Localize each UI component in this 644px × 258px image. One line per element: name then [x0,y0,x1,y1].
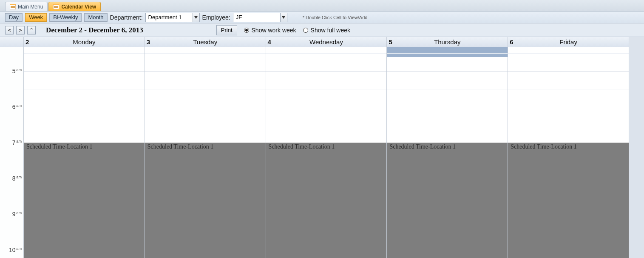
day-header[interactable]: 4Wednesday [266,37,387,47]
department-label: Department: [110,14,143,21]
svg-rect-2 [11,6,15,7]
svg-rect-1 [10,4,16,5]
hour-line [145,71,266,72]
day-name: Wednesday [266,38,387,46]
day-number: 3 [147,38,150,46]
nav-bar: < > ^ December 2 - December 6, 2013 Prin… [0,23,644,37]
half-hour-line [24,89,145,89]
day-number: 6 [510,38,513,46]
day-column: 5ThursdayScheduled Time-Location 1 [387,37,508,258]
half-hour-line [24,125,145,125]
half-hour-line [387,125,508,125]
tab-main-menu[interactable]: Main Menu [5,2,48,11]
day-column: 3TuesdayScheduled Time-Location 1 [145,37,266,258]
day-body[interactable]: Scheduled Time-Location 1 [387,47,508,258]
half-hour-line [387,53,508,54]
day-body[interactable]: Scheduled Time-Location 1 [24,47,145,258]
today-highlight [387,47,508,57]
gutter-header [0,37,23,47]
half-hour-line [508,53,629,54]
filter-bar: Day Week Bi-Weekly Month Department: Emp… [0,11,644,23]
calendar-event[interactable]: Scheduled Time-Location 1 [24,143,145,258]
view-week-button[interactable]: Week [25,13,47,22]
hour-line [266,71,387,72]
half-hour-line [145,125,266,125]
calendar-event[interactable]: Scheduled Time-Location 1 [508,143,629,258]
day-header[interactable]: 5Thursday [387,37,508,47]
day-header[interactable]: 3Tuesday [145,37,266,47]
form-icon [10,4,16,9]
days-container: 2MondayScheduled Time-Location 13Tuesday… [24,37,629,258]
day-body[interactable]: Scheduled Time-Location 1 [508,47,629,258]
view-biweekly-button[interactable]: Bi-Weekly [49,13,82,22]
day-name: Thursday [387,38,508,46]
time-label: 5am [0,68,22,75]
time-label: 10am [0,247,22,254]
radio-off-icon [303,28,308,33]
employee-combo[interactable] [233,13,287,22]
day-number: 2 [26,38,29,46]
day-column: 2MondayScheduled Time-Location 1 [24,37,145,258]
hour-line [266,107,387,107]
hour-line [24,71,145,72]
tab-calendar-view[interactable]: Calendar View [48,2,101,11]
calendar-event[interactable]: Scheduled Time-Location 1 [387,143,508,258]
day-number: 4 [268,38,271,46]
time-label: 6am [0,103,22,111]
half-hour-line [508,89,629,89]
hour-line [387,107,508,107]
half-hour-line [508,125,629,125]
show-full-week-radio[interactable]: Show full week [303,27,350,34]
hour-line [508,71,629,72]
show-full-week-label: Show full week [311,27,350,34]
day-name: Friday [508,38,629,46]
day-column: 4WednesdayScheduled Time-Location 1 [266,37,387,258]
hour-line [508,107,629,107]
view-day-button[interactable]: Day [5,13,23,22]
prev-button[interactable]: < [5,26,14,34]
up-button[interactable]: ^ [27,26,36,34]
half-hour-line [266,125,387,125]
svg-rect-6 [54,6,58,7]
half-hour-line [266,89,387,89]
chevron-down-icon[interactable] [193,13,199,22]
show-work-week-radio[interactable]: Show work week [244,27,296,34]
day-header[interactable]: 2Monday [24,37,145,47]
svg-rect-5 [53,4,59,5]
day-name: Tuesday [145,38,266,46]
form-icon [53,4,59,9]
document-tabs: Main Menu Calendar View [0,0,644,11]
time-label: 9am [0,211,22,218]
day-body[interactable]: Scheduled Time-Location 1 [145,47,266,258]
day-column: 6FridayScheduled Time-Location 1 [508,37,629,258]
employee-input[interactable] [233,13,280,22]
tab-calendar-view-label: Calendar View [61,4,96,10]
day-name: Monday [24,38,145,46]
svg-rect-3 [11,7,15,8]
date-range-title: December 2 - December 6, 2013 [46,26,143,34]
time-gutter: 5am6am7am8am9am10am [0,37,24,258]
tab-main-menu-label: Main Menu [18,4,43,10]
half-hour-line [266,53,387,54]
next-button[interactable]: > [16,26,25,34]
day-header[interactable]: 6Friday [508,37,629,47]
chevron-down-icon[interactable] [280,13,287,22]
calendar-event[interactable]: Scheduled Time-Location 1 [266,143,387,258]
radio-on-icon [244,28,249,33]
hour-line [387,71,508,72]
employee-label: Employee: [202,14,230,21]
show-work-week-label: Show work week [252,27,296,34]
hour-line [24,107,145,107]
half-hour-line [145,89,266,89]
view-month-button[interactable]: Month [84,13,107,22]
half-hour-line [387,89,508,89]
time-label: 7am [0,139,22,146]
department-input[interactable] [146,13,193,22]
department-combo[interactable] [145,13,200,22]
hint-text: * Double Click Cell to View/Add [303,15,368,20]
print-button[interactable]: Print [216,25,237,35]
calendar-event[interactable]: Scheduled Time-Location 1 [145,143,266,258]
right-gutter [629,37,644,258]
day-body[interactable]: Scheduled Time-Location 1 [266,47,387,258]
svg-rect-7 [54,7,58,8]
